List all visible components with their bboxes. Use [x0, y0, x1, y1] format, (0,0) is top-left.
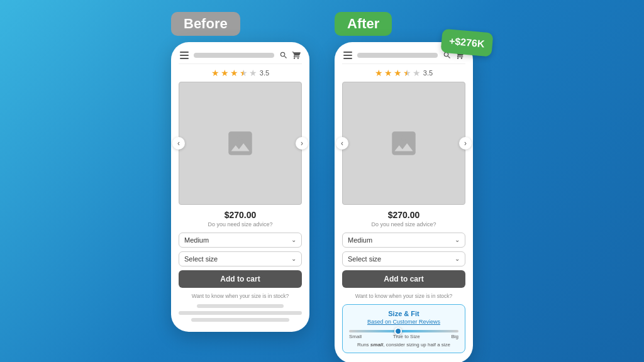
after-image-placeholder-icon — [388, 128, 419, 159]
size-fit-slider[interactable]: Small True to Size Big — [349, 330, 458, 339]
slider-track — [349, 330, 458, 332]
before-nav-bar — [179, 48, 302, 64]
before-phone: ★ ★ ★ ★ ★ 3.5 ‹ › $270.00 Do — [171, 42, 309, 332]
after-product-image — [342, 82, 465, 205]
after-rating: 3.5 — [423, 69, 433, 77]
before-label: Before — [171, 12, 240, 36]
after-star-1: ★ — [375, 68, 383, 78]
slider-thumb — [394, 327, 402, 335]
after-search-bar[interactable] — [357, 53, 438, 58]
svg-point-1 — [401, 135, 406, 140]
before-skeleton-3 — [191, 318, 290, 322]
after-price: $270.00 — [342, 210, 465, 220]
after-hamburger-icon[interactable] — [343, 52, 352, 59]
before-size-advice: Do you need size advice? — [179, 221, 302, 228]
size-fit-subtitle: Based on Customer Reviews — [349, 319, 458, 325]
size-fit-note-bold: small — [370, 342, 383, 348]
size-fit-note: Runs small, consider sizing up half a si… — [349, 342, 458, 348]
after-label: After — [335, 12, 392, 36]
after-prev-arrow[interactable]: ‹ — [336, 137, 348, 150]
search-icon[interactable] — [279, 51, 288, 60]
before-stars: ★ ★ ★ ★ ★ 3.5 — [179, 68, 302, 78]
after-add-to-cart-button[interactable]: Add to cart — [342, 270, 465, 288]
after-dropdown-medium[interactable]: Medium ⌄ — [342, 233, 465, 248]
after-star-5-empty: ★ — [413, 68, 421, 78]
before-dropdown-size-chevron: ⌄ — [291, 255, 296, 262]
revenue-badge: +$276K — [440, 28, 493, 57]
after-size-advice: Do you need size advice? — [342, 221, 465, 228]
after-phone: +$276K ★ ★ ★ ★ ★ 3.5 — [335, 42, 473, 363]
before-product-image — [179, 82, 302, 205]
after-dropdown-size-label: Select size — [348, 255, 381, 263]
before-dropdown-medium-chevron: ⌄ — [291, 236, 296, 243]
after-next-arrow[interactable]: › — [459, 137, 472, 150]
after-star-3: ★ — [394, 68, 402, 78]
size-fit-title: Size & Fit — [349, 310, 458, 317]
hamburger-icon[interactable] — [180, 52, 189, 59]
after-dropdown-medium-chevron: ⌄ — [455, 236, 460, 243]
before-skeleton-2 — [179, 311, 302, 315]
before-image-wrapper: ‹ › — [179, 82, 302, 205]
before-add-to-cart-button[interactable]: Add to cart — [179, 270, 302, 288]
star-2: ★ — [221, 68, 229, 78]
after-dropdown-size-chevron: ⌄ — [455, 255, 460, 262]
before-dropdown-medium[interactable]: Medium ⌄ — [179, 233, 302, 248]
slider-label-big: Big — [451, 334, 458, 339]
star-5-empty: ★ — [249, 68, 257, 78]
before-price: $270.00 — [179, 210, 302, 220]
before-prev-arrow[interactable]: ‹ — [172, 137, 185, 150]
star-1: ★ — [211, 68, 219, 78]
before-panel: Before ★ ★ ★ ★ ★ 3.5 — [171, 12, 309, 332]
after-stock-text: Want to know when your size is in stock? — [342, 293, 465, 299]
image-placeholder-icon — [225, 128, 256, 159]
slider-labels: Small True to Size Big — [349, 334, 458, 339]
after-dropdown-size[interactable]: Select size ⌄ — [342, 251, 465, 266]
star-3: ★ — [230, 68, 238, 78]
before-dropdown-size-label: Select size — [184, 255, 218, 263]
star-4-half: ★ — [240, 68, 248, 78]
before-search-bar[interactable] — [194, 53, 274, 58]
before-next-arrow[interactable]: › — [296, 137, 308, 150]
before-rating: 3.5 — [260, 69, 269, 77]
after-image-wrapper: ‹ › — [342, 82, 465, 205]
before-stock-text: Want to know when your size is in stock? — [179, 293, 302, 299]
cart-icon[interactable] — [292, 51, 301, 60]
after-star-2: ★ — [384, 68, 392, 78]
after-star-4-half: ★ — [403, 68, 411, 78]
before-dropdown-size[interactable]: Select size ⌄ — [179, 251, 302, 266]
before-dropdown-medium-label: Medium — [184, 236, 209, 244]
before-skeleton-1 — [197, 304, 283, 308]
svg-point-0 — [238, 135, 243, 140]
after-dropdown-medium-label: Medium — [348, 236, 372, 244]
after-stars: ★ ★ ★ ★ ★ 3.5 — [342, 68, 465, 78]
before-nav-icons — [279, 51, 301, 60]
size-fit-box: Size & Fit Based on Customer Reviews Sma… — [342, 304, 465, 353]
comparison-container: Before ★ ★ ★ ★ ★ 3.5 — [171, 0, 473, 362]
after-panel: After +$276K ★ ★ ★ ★ ★ — [335, 12, 473, 363]
slider-label-small: Small — [349, 334, 362, 339]
